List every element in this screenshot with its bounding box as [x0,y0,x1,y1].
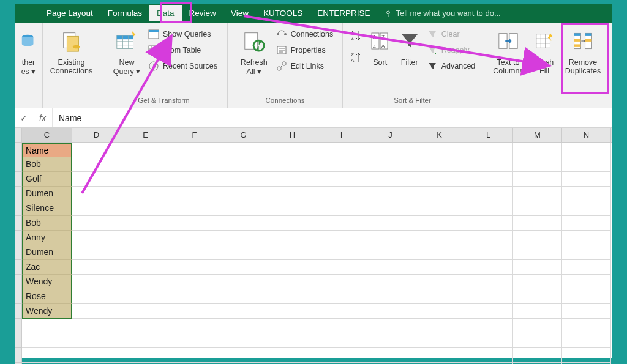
empty-cell[interactable] [562,187,611,201]
empty-cell[interactable] [513,157,562,172]
empty-cell[interactable] [562,172,611,187]
empty-cell[interactable] [317,143,366,157]
empty-cell[interactable] [170,231,219,245]
column-header-G[interactable]: G [219,128,268,142]
empty-cell[interactable] [121,143,170,157]
empty-cell[interactable] [415,275,464,289]
empty-cell[interactable] [366,260,415,275]
row-header[interactable] [15,172,22,187]
edit-links-button[interactable]: Edit Links [276,61,334,72]
empty-cell[interactable] [317,275,366,289]
empty-cell[interactable] [562,348,611,363]
empty-cell[interactable] [366,201,415,216]
existing-connections-button[interactable]: Existing Connections [45,25,99,75]
row-header[interactable] [15,348,22,363]
empty-cell[interactable] [72,319,121,333]
empty-cell[interactable] [268,275,317,289]
empty-cell[interactable] [268,260,317,275]
empty-cell[interactable] [464,245,513,260]
empty-cell[interactable] [562,275,611,289]
empty-cell[interactable] [219,143,268,157]
data-cell[interactable]: Dumen [22,187,72,201]
empty-cell[interactable] [513,260,562,275]
empty-cell[interactable] [219,275,268,289]
empty-cell[interactable] [72,260,121,275]
empty-cell[interactable] [72,172,121,187]
empty-cell[interactable] [513,201,562,216]
empty-cell[interactable] [121,289,170,304]
empty-cell[interactable] [415,231,464,245]
empty-cell[interactable] [268,319,317,333]
empty-cell[interactable] [464,172,513,187]
empty-cell[interactable] [317,172,366,187]
empty-cell[interactable] [219,319,268,333]
empty-cell[interactable] [513,275,562,289]
empty-cell[interactable] [219,348,268,363]
empty-cell[interactable] [562,289,611,304]
empty-cell[interactable] [366,216,415,231]
empty-cell[interactable] [513,245,562,260]
empty-cell[interactable] [219,216,268,231]
row-header[interactable] [15,216,22,231]
empty-cell[interactable] [562,304,611,319]
tab-view[interactable]: View [223,5,256,21]
empty-cell[interactable] [415,333,464,348]
empty-cell[interactable] [121,172,170,187]
row-header[interactable] [15,231,22,245]
empty-cell[interactable] [562,143,611,157]
empty-cell[interactable] [317,289,366,304]
empty-cell[interactable] [366,275,415,289]
clear-filter-button[interactable]: Clear [427,29,476,40]
connections-button[interactable]: Connections [276,29,334,40]
empty-cell[interactable] [562,319,611,333]
empty-cell[interactable] [170,260,219,275]
empty-cell[interactable] [513,172,562,187]
advanced-filter-button[interactable]: Advanced [427,61,476,72]
tab-data[interactable]: Data [149,5,182,21]
empty-cell[interactable] [219,260,268,275]
empty-cell[interactable] [268,187,317,201]
empty-cell[interactable] [317,348,366,363]
empty-cell[interactable] [415,157,464,172]
tab-enterprise[interactable]: ENTERPRISE [310,5,377,21]
recent-sources-button[interactable]: Recent Sources [148,61,217,72]
empty-cell[interactable] [464,260,513,275]
data-cell[interactable]: Wendy [22,304,72,319]
empty-cell[interactable] [562,201,611,216]
empty-cell[interactable] [562,333,611,348]
empty-cell[interactable] [219,187,268,201]
column-header-D[interactable]: D [72,128,121,142]
row-header[interactable] [15,333,22,348]
empty-cell[interactable] [513,333,562,348]
tell-me-search[interactable]: Tell me what you want to do... [385,9,500,18]
empty-cell[interactable] [464,275,513,289]
row-header[interactable] [15,275,22,289]
filter-button[interactable]: Filter [395,25,424,67]
empty-cell[interactable] [121,245,170,260]
empty-cell[interactable] [366,289,415,304]
empty-cell[interactable] [268,157,317,172]
data-cell[interactable]: Rose [22,289,72,304]
empty-cell[interactable] [268,231,317,245]
data-cell[interactable]: Dumen [22,245,72,260]
empty-cell[interactable] [464,143,513,157]
empty-cell[interactable] [464,333,513,348]
data-cell[interactable]: Bob [22,216,72,231]
empty-cell[interactable] [22,319,72,333]
empty-cell[interactable] [562,245,611,260]
empty-cell[interactable] [317,187,366,201]
data-cell[interactable]: Bob [22,157,72,172]
empty-cell[interactable] [366,172,415,187]
empty-cell[interactable] [317,157,366,172]
empty-cell[interactable] [366,245,415,260]
column-header-L[interactable]: L [464,128,513,142]
empty-cell[interactable] [121,275,170,289]
empty-cell[interactable] [170,143,219,157]
empty-cell[interactable] [366,304,415,319]
tab-page-layout[interactable]: Page Layout [39,5,100,21]
empty-cell[interactable] [317,231,366,245]
empty-cell[interactable] [464,216,513,231]
empty-cell[interactable] [72,216,121,231]
empty-cell[interactable] [170,172,219,187]
empty-cell[interactable] [72,245,121,260]
